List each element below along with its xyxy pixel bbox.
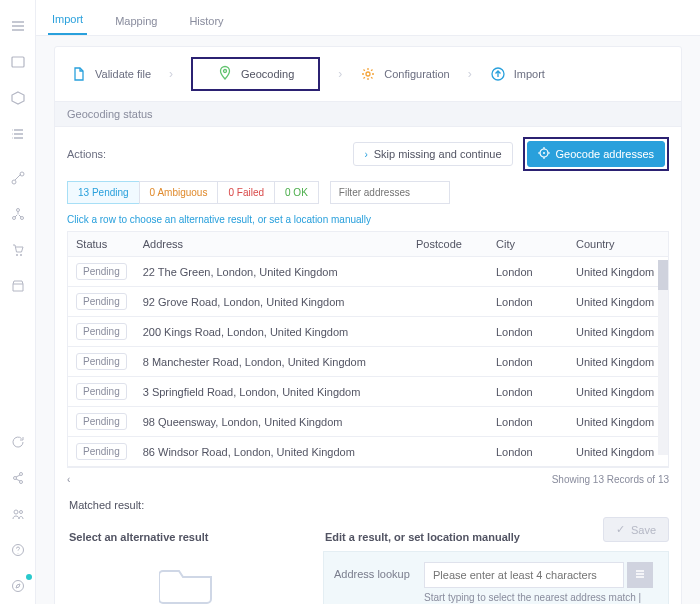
cell-city: London bbox=[488, 257, 568, 287]
wizard-step-validate[interactable]: Validate file bbox=[71, 66, 151, 82]
col-city[interactable]: City bbox=[488, 232, 568, 257]
table-scrollbar[interactable] bbox=[658, 260, 668, 455]
cell-country: United Kingdom bbox=[568, 287, 668, 317]
cell-address: 98 Queensway, London, United Kingdom bbox=[135, 407, 408, 437]
map-icon[interactable] bbox=[6, 50, 30, 74]
address-lookup-input[interactable] bbox=[424, 562, 624, 588]
table-row[interactable]: Pending8 Manchester Road, London, United… bbox=[68, 347, 668, 377]
svg-point-15 bbox=[224, 70, 227, 73]
chevron-right-icon: › bbox=[364, 149, 367, 160]
svg-point-14 bbox=[12, 581, 23, 592]
table-row[interactable]: Pending3 Springfield Road, London, Unite… bbox=[68, 377, 668, 407]
address-lookup-search-button[interactable] bbox=[627, 562, 653, 588]
table-row[interactable]: Pending200 Kings Road, London, United Ki… bbox=[68, 317, 668, 347]
cell-city: London bbox=[488, 347, 568, 377]
check-icon: ✓ bbox=[616, 523, 625, 536]
row-hint: Click a row to choose an alternative res… bbox=[55, 214, 681, 231]
cell-address: 3 Springfield Road, London, United Kingd… bbox=[135, 377, 408, 407]
cell-address: 200 Kings Road, London, United Kingdom bbox=[135, 317, 408, 347]
actions-row: Actions: › Skip missing and continue Geo… bbox=[55, 127, 681, 181]
hamburger-icon[interactable] bbox=[6, 14, 30, 38]
chevron-right-icon: › bbox=[169, 67, 173, 81]
cell-postcode bbox=[408, 317, 488, 347]
network-icon[interactable] bbox=[6, 202, 30, 226]
route-icon[interactable] bbox=[6, 166, 30, 190]
filter-pending[interactable]: 13 Pending bbox=[67, 181, 140, 204]
svg-point-16 bbox=[366, 72, 370, 76]
wizard-step-configuration[interactable]: Configuration bbox=[360, 66, 449, 82]
chevron-right-icon: › bbox=[468, 67, 472, 81]
table-row[interactable]: Pending22 The Green, London, United King… bbox=[68, 257, 668, 287]
cell-city: London bbox=[488, 317, 568, 347]
list-icon bbox=[634, 568, 646, 580]
tab-import[interactable]: Import bbox=[48, 5, 87, 35]
wizard: Validate file › Geocoding › Configuratio… bbox=[55, 47, 681, 101]
share-icon[interactable] bbox=[6, 466, 30, 490]
wizard-step-geocoding[interactable]: Geocoding bbox=[191, 57, 320, 91]
box-icon[interactable] bbox=[6, 86, 30, 110]
store-icon[interactable] bbox=[6, 274, 30, 298]
col-postcode[interactable]: Postcode bbox=[408, 232, 488, 257]
svg-point-3 bbox=[16, 209, 19, 212]
cell-city: London bbox=[488, 287, 568, 317]
help-icon[interactable] bbox=[6, 538, 30, 562]
cell-city: London bbox=[488, 407, 568, 437]
users-icon[interactable] bbox=[6, 502, 30, 526]
cell-country: United Kingdom bbox=[568, 437, 668, 467]
filter-addresses-input[interactable] bbox=[330, 181, 450, 204]
table-header-row: Status Address Postcode City Country bbox=[68, 232, 668, 257]
results-table: Status Address Postcode City Country Pen… bbox=[67, 231, 669, 468]
actions-label: Actions: bbox=[67, 148, 106, 160]
filter-ok[interactable]: 0 OK bbox=[274, 181, 319, 204]
list-icon[interactable] bbox=[6, 122, 30, 146]
filter-ambiguous[interactable]: 0 Ambiguous bbox=[139, 181, 219, 204]
status-badge: Pending bbox=[76, 413, 127, 430]
skip-missing-button[interactable]: › Skip missing and continue bbox=[353, 142, 512, 166]
save-button[interactable]: ✓ Save bbox=[603, 517, 669, 542]
wizard-label: Import bbox=[514, 68, 545, 80]
refresh-icon[interactable] bbox=[6, 430, 30, 454]
tabbar: Import Mapping History bbox=[36, 0, 700, 36]
tab-history[interactable]: History bbox=[185, 7, 227, 35]
cell-address: 8 Manchester Road, London, United Kingdo… bbox=[135, 347, 408, 377]
gear-icon bbox=[360, 66, 376, 82]
col-status[interactable]: Status bbox=[68, 232, 135, 257]
status-badge: Pending bbox=[76, 293, 127, 310]
table-row[interactable]: Pending98 Queensway, London, United King… bbox=[68, 407, 668, 437]
cell-postcode bbox=[408, 377, 488, 407]
wizard-label: Configuration bbox=[384, 68, 449, 80]
svg-point-1 bbox=[12, 180, 16, 184]
svg-point-6 bbox=[16, 254, 18, 256]
address-lookup-panel: Address lookup Start bbox=[323, 551, 669, 604]
button-label: Save bbox=[631, 524, 656, 536]
cell-postcode bbox=[408, 437, 488, 467]
cell-postcode bbox=[408, 407, 488, 437]
cell-postcode bbox=[408, 347, 488, 377]
svg-point-19 bbox=[543, 152, 545, 154]
lookup-hint: Start typing to select the nearest addre… bbox=[424, 592, 658, 604]
col-address[interactable]: Address bbox=[135, 232, 408, 257]
cell-country: United Kingdom bbox=[568, 347, 668, 377]
svg-point-12 bbox=[19, 511, 22, 514]
geocode-addresses-button[interactable]: Geocode addresses bbox=[527, 141, 665, 167]
wizard-step-import[interactable]: Import bbox=[490, 66, 545, 82]
status-badge: Pending bbox=[76, 323, 127, 340]
filter-row: 13 Pending 0 Ambiguous 0 Failed 0 OK bbox=[55, 181, 681, 214]
folder-icon bbox=[159, 561, 215, 604]
col-country[interactable]: Country bbox=[568, 232, 668, 257]
button-label: Skip missing and continue bbox=[374, 148, 502, 160]
status-badge: Pending bbox=[76, 443, 127, 460]
cell-country: United Kingdom bbox=[568, 377, 668, 407]
status-badge: Pending bbox=[76, 383, 127, 400]
tab-mapping[interactable]: Mapping bbox=[111, 7, 161, 35]
cart-icon[interactable] bbox=[6, 238, 30, 262]
filter-failed[interactable]: 0 Failed bbox=[217, 181, 275, 204]
cell-country: United Kingdom bbox=[568, 317, 668, 347]
alternative-result-title: Select an alternative result bbox=[69, 531, 305, 543]
chevron-right-icon: › bbox=[338, 67, 342, 81]
scroll-left-indicator: ‹ bbox=[67, 474, 70, 485]
table-row[interactable]: Pending92 Grove Road, London, United Kin… bbox=[68, 287, 668, 317]
target-icon bbox=[538, 147, 550, 161]
compass-icon[interactable] bbox=[6, 574, 30, 598]
table-row[interactable]: Pending86 Windsor Road, London, United K… bbox=[68, 437, 668, 467]
